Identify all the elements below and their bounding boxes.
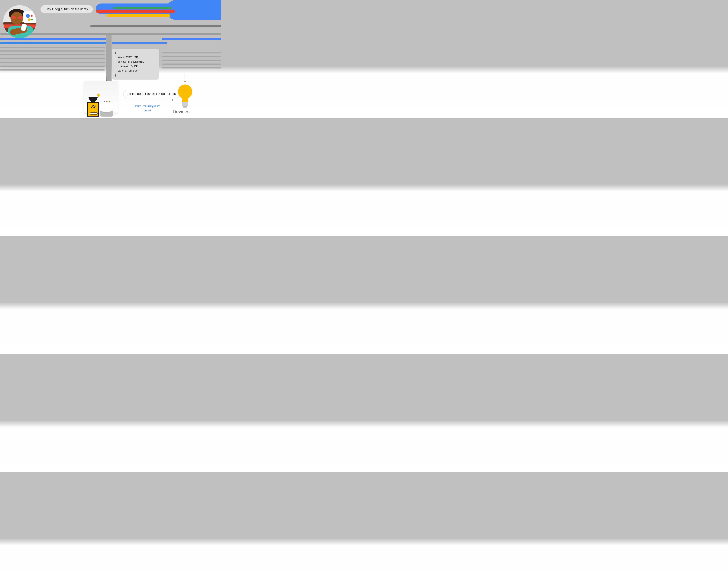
user-speech-text: Hey Google, turn on the lights — [46, 7, 88, 11]
decor-bar-green — [113, 7, 171, 9]
decor-line — [162, 64, 221, 65]
decor-bar-grey-full — [0, 32, 221, 35]
devices-label: Devices — [173, 109, 189, 115]
decor-line — [0, 69, 105, 71]
flow-pipe — [106, 35, 111, 82]
json-line: command: OnOff — [115, 64, 156, 69]
decor-bar-yellow — [106, 14, 170, 17]
assistant-logo-icon — [26, 14, 30, 18]
intent-json-box: { intent: EXECUTE, device: {id: deviceId… — [112, 49, 159, 80]
decor-line — [162, 56, 221, 57]
json-line: intent: EXECUTE, — [115, 55, 156, 60]
bytes-payload: 01101001011010110000111010 — [123, 90, 181, 98]
js-grinder-icon: JS — [87, 102, 99, 117]
decor-line — [0, 66, 105, 67]
bytes-text: 01101001011010110000111010 — [128, 92, 176, 96]
glasses-icon — [11, 16, 23, 19]
user-speech-bubble: Hey Google, turn on the lights — [41, 5, 93, 13]
decor-stripe-blue-r2 — [162, 38, 221, 40]
decor-bar-red-tip — [158, 10, 172, 13]
lightbulb-icon — [178, 84, 192, 108]
arrow-right-icon — [116, 100, 174, 100]
decor-line — [0, 62, 105, 63]
decor-bar-grey-a — [90, 25, 163, 27]
decor-line — [162, 60, 221, 61]
google-home-speaker-icon — [100, 99, 113, 117]
execute-request-sublabel: (bytes) — [123, 109, 171, 112]
decor-line — [0, 47, 105, 48]
json-line: } — [115, 73, 156, 77]
decor-line — [0, 51, 105, 52]
decor-stripe-blue-r1 — [112, 42, 167, 44]
assistant-bubble-icon — [23, 11, 36, 23]
js-label: JS — [88, 104, 98, 109]
arrow-dashed-down-icon — [185, 70, 185, 83]
decor-bar-grey-b — [160, 25, 221, 27]
decor-line — [0, 58, 105, 59]
json-line: { — [115, 51, 156, 55]
json-line: device: {id: deviceId1}, — [115, 60, 156, 64]
decor-line — [162, 52, 221, 53]
decor-stripe-blue-l2 — [0, 42, 106, 44]
decor-stripe-blue-l1 — [0, 38, 106, 40]
user-avatar — [3, 5, 36, 38]
decor-line — [0, 54, 105, 55]
execute-request-label: EXECUTE REQUEST — [123, 105, 171, 108]
json-line: params: {on: true} — [115, 68, 156, 73]
decor-line — [162, 67, 221, 68]
